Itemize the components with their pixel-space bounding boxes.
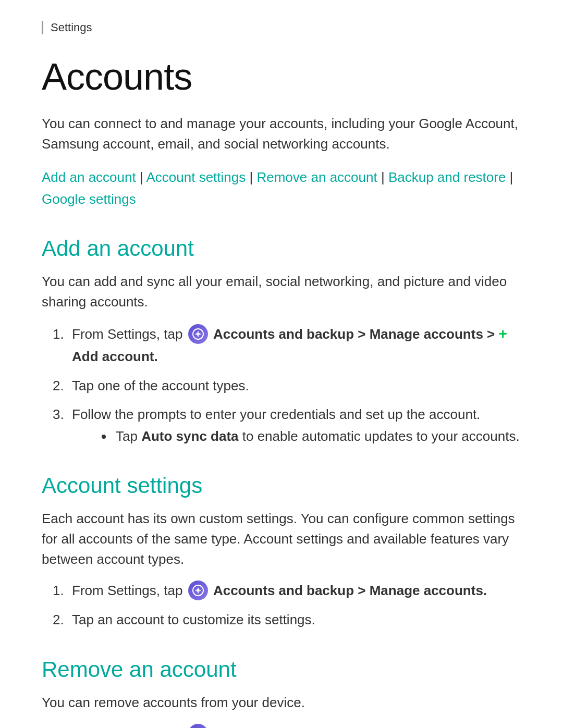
settings-label-text: Settings xyxy=(51,21,92,34)
bullet-text-after: to enable automatic updates to your acco… xyxy=(239,428,520,444)
add-account-desc: You can add and sync all your email, soc… xyxy=(42,272,521,312)
nav-link-backup-restore[interactable]: Backup and restore xyxy=(388,169,506,185)
nav-links: Add an account | Account settings | Remo… xyxy=(42,167,521,210)
account-settings-steps: From Settings, tap Accounts and backup >… xyxy=(68,580,521,631)
add-account-step-2: Tap one of the account types. xyxy=(68,375,521,397)
intro-text: You can connect to and manage your accou… xyxy=(42,114,521,154)
add-account-step-3: Follow the prompts to enter your credent… xyxy=(68,404,521,447)
page-container: Settings Accounts You can connect to and… xyxy=(0,0,563,728)
step1-text-before: From Settings, tap xyxy=(72,326,187,342)
step1-add-text: Add account. xyxy=(72,349,158,364)
acct-step2-text: Tap an account to customize its settings… xyxy=(72,612,315,627)
remove-account-steps: From Settings, tap Accounts and backup >… xyxy=(68,723,521,728)
section-remove-account: Remove an account You can remove account… xyxy=(42,657,521,728)
nav-link-remove-account[interactable]: Remove an account xyxy=(256,169,377,185)
nav-link-account-settings[interactable]: Account settings xyxy=(146,169,246,185)
remove-account-title: Remove an account xyxy=(42,657,521,682)
rem-step1-bold: Accounts and backup > Manage accounts. xyxy=(213,726,487,728)
add-account-step-1: From Settings, tap Accounts and backup >… xyxy=(68,323,521,367)
account-settings-title: Account settings xyxy=(42,473,521,498)
settings-icon-2 xyxy=(188,581,208,600)
settings-icon-1 xyxy=(188,324,208,344)
add-account-steps: From Settings, tap Accounts and backup >… xyxy=(68,323,521,447)
section-add-account: Add an account You can add and sync all … xyxy=(42,236,521,447)
nav-link-add-account[interactable]: Add an account xyxy=(42,169,136,185)
acct-step1-before: From Settings, tap xyxy=(72,583,187,598)
step2-text: Tap one of the account types. xyxy=(72,378,249,393)
account-settings-desc: Each account has its own custom settings… xyxy=(42,509,521,570)
remove-account-step-1: From Settings, tap Accounts and backup >… xyxy=(68,723,521,728)
section-account-settings: Account settings Each account has its ow… xyxy=(42,473,521,631)
acct-step1-bold: Accounts and backup > Manage accounts. xyxy=(213,583,487,598)
page-title: Accounts xyxy=(42,55,521,98)
add-account-title: Add an account xyxy=(42,236,521,261)
rem-step1-before: From Settings, tap xyxy=(72,726,187,728)
account-settings-step-2: Tap an account to customize its settings… xyxy=(68,609,521,631)
account-settings-step-1: From Settings, tap Accounts and backup >… xyxy=(68,580,521,602)
settings-icon-3 xyxy=(188,724,208,728)
auto-sync-bold: Auto sync data xyxy=(141,428,238,444)
settings-breadcrumb: Settings xyxy=(42,21,521,34)
remove-account-desc: You can remove accounts from your device… xyxy=(42,693,521,713)
nav-link-google-settings[interactable]: Google settings xyxy=(42,191,136,207)
add-account-bullets: Tap Auto sync data to enable automatic u… xyxy=(114,426,521,448)
add-icon: + xyxy=(498,326,507,342)
bullet-text-before: Tap xyxy=(116,428,141,444)
add-account-bullet-1: Tap Auto sync data to enable automatic u… xyxy=(114,426,521,448)
step3-text: Follow the prompts to enter your credent… xyxy=(72,406,480,422)
step1-bold-text: Accounts and backup > Manage accounts > xyxy=(213,326,499,342)
